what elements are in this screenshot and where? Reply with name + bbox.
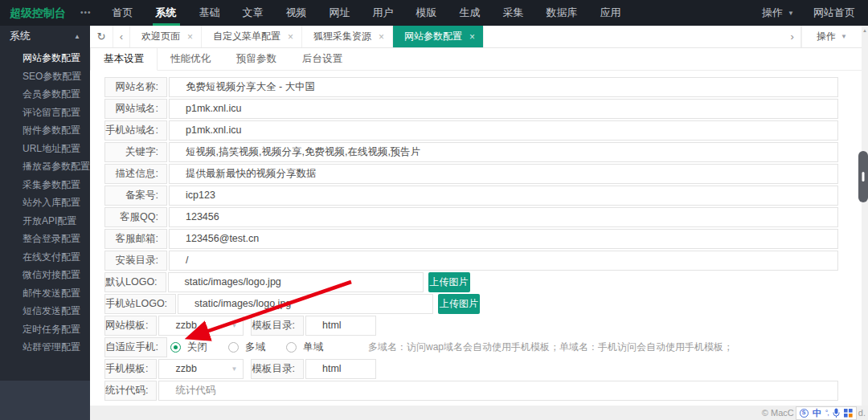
sidebar-item-评论留言配置[interactable]: 评论留言配置 <box>0 104 90 122</box>
sidebar-item-站外入库配置[interactable]: 站外入库配置 <box>0 194 90 212</box>
navbar-actions-dropdown[interactable]: 操作 ▼ <box>762 6 794 20</box>
sidebar-item-网站参数配置[interactable]: 网站参数配置 <box>0 49 90 67</box>
main-content: 基本设置性能优化预留参数后台设置 网站名称:免费短视频分享大全 - 大中国网站域… <box>90 48 862 406</box>
nav-item-视频[interactable]: 视频 <box>275 0 318 26</box>
radio-icon <box>228 342 239 353</box>
form-row: 手机站域名:p1mk.xnl.icu <box>104 120 838 141</box>
ime-punctuation-icon[interactable]: °, <box>825 409 829 417</box>
menu-collapse-icon[interactable]: ••• <box>71 0 101 26</box>
text-input[interactable]: 123456@test.cn <box>169 229 838 249</box>
sidebar-item-微信对接配置[interactable]: 微信对接配置 <box>0 266 90 284</box>
form-row: 统计代码:统计代码 <box>104 381 838 401</box>
tabs-scroll-left-icon[interactable]: ‹ <box>113 26 130 47</box>
radio-option-单域[interactable]: 单域 <box>286 340 323 354</box>
close-icon[interactable]: × <box>187 32 193 42</box>
sidebar-item-会员参数配置[interactable]: 会员参数配置 <box>0 85 90 104</box>
tab-strip: ↻ ‹ 欢迎页面×自定义菜单配置×狐狸采集资源×网站参数配置× › 操作 ▼ <box>90 26 862 48</box>
text-input[interactable]: 提供最新最快的视频分享数据 <box>169 164 838 184</box>
tab-actions-label: 操作 <box>817 30 836 43</box>
tab-自定义菜单配置[interactable]: 自定义菜单配置× <box>202 26 302 47</box>
template-select[interactable]: zzbb▼ <box>158 316 244 336</box>
tab-label: 欢迎页面 <box>141 30 180 43</box>
sidebar-item-在线支付配置[interactable]: 在线支付配置 <box>0 248 90 267</box>
sidebar-group-header[interactable]: 系统 ▲ <box>0 26 90 47</box>
text-input[interactable]: p1mk.xnl.icu <box>169 120 838 141</box>
microphone-icon[interactable] <box>833 408 840 418</box>
nav-item-数据库[interactable]: 数据库 <box>535 0 589 26</box>
tab-网站参数配置[interactable]: 网站参数配置× <box>393 26 484 47</box>
field-label: 安装目录: <box>104 251 167 271</box>
tab-actions-dropdown[interactable]: 操作 ▼ <box>801 26 862 47</box>
tabs-scroll-right-icon[interactable]: › <box>784 26 801 47</box>
text-input[interactable]: icp123 <box>169 186 838 206</box>
field-label: 客服邮箱: <box>104 229 167 249</box>
ime-grid-icon[interactable] <box>844 409 853 418</box>
close-icon[interactable]: × <box>288 32 293 42</box>
sidebar: 系统 ▲ 网站参数配置SEO参数配置会员参数配置评论留言配置附件参数配置URL地… <box>0 26 90 420</box>
refresh-icon[interactable]: ↻ <box>90 26 113 47</box>
textarea-input[interactable]: 统计代码 <box>158 381 838 401</box>
chevron-down-icon: ▼ <box>231 316 238 335</box>
text-input[interactable]: html <box>305 359 376 379</box>
nav-item-系统[interactable]: 系统 <box>145 0 188 26</box>
form-row: 手机模板:zzbb▼模板目录:html <box>104 359 838 379</box>
text-input[interactable]: p1mk.xnl.icu <box>169 99 838 119</box>
sidebar-item-短信发送配置[interactable]: 短信发送配置 <box>0 302 90 320</box>
chevron-down-icon: ▼ <box>231 360 238 378</box>
settings-tab-后台设置[interactable]: 后台设置 <box>289 48 355 70</box>
close-icon[interactable]: × <box>469 32 475 42</box>
ime-language-toggle[interactable]: 中 <box>813 407 821 419</box>
text-input[interactable]: static/images/logo.jpg <box>178 294 433 314</box>
nav-item-基础[interactable]: 基础 <box>188 0 231 26</box>
site-home-link[interactable]: 网站首页 <box>813 6 855 20</box>
navbar-right: 操作 ▼ 网站首页 <box>762 0 868 26</box>
sidebar-item-SEO参数配置[interactable]: SEO参数配置 <box>0 67 90 86</box>
radio-icon <box>170 342 181 353</box>
text-input[interactable]: 短视频,搞笑视频,视频分享,免费视频,在线视频,预告片 <box>169 142 838 162</box>
scrollbar-up-icon[interactable]: ▲ <box>862 28 868 33</box>
upload-image-button[interactable]: 上传图片 <box>428 272 470 292</box>
settings-tab-基本设置[interactable]: 基本设置 <box>90 48 158 71</box>
vertical-scrollbar-track[interactable]: ▲ <box>862 26 868 406</box>
radio-option-多域[interactable]: 多域 <box>228 340 265 354</box>
nav-item-网址[interactable]: 网址 <box>318 0 362 26</box>
sidebar-item-开放API配置[interactable]: 开放API配置 <box>0 212 90 230</box>
nav-item-采集[interactable]: 采集 <box>492 0 535 26</box>
form-row: 描述信息:提供最新最快的视频分享数据 <box>104 164 838 184</box>
settings-tab-预留参数[interactable]: 预留参数 <box>223 48 289 70</box>
sidebar-item-URL地址配置[interactable]: URL地址配置 <box>0 140 90 158</box>
template-select[interactable]: zzbb▼ <box>158 359 244 379</box>
field-label: 备案号: <box>104 186 167 206</box>
sidebar-item-定时任务配置[interactable]: 定时任务配置 <box>0 320 90 339</box>
settings-tab-性能优化[interactable]: 性能优化 <box>158 48 223 70</box>
text-input[interactable]: 123456 <box>169 207 838 227</box>
close-icon[interactable]: × <box>379 32 384 42</box>
sidebar-item-整合登录配置[interactable]: 整合登录配置 <box>0 230 90 248</box>
ime-logo-icon[interactable]: S <box>800 409 809 418</box>
nav-item-生成[interactable]: 生成 <box>448 0 492 26</box>
active-underline <box>153 23 180 26</box>
text-input[interactable]: / <box>169 251 838 271</box>
nav-item-模版[interactable]: 模版 <box>405 0 448 26</box>
radio-option-关闭[interactable]: 关闭 <box>170 340 207 354</box>
nav-item-用户[interactable]: 用户 <box>362 0 405 26</box>
nav-item-文章[interactable]: 文章 <box>231 0 275 26</box>
sidebar-item-播放器参数配置[interactable]: 播放器参数配置 <box>0 157 90 176</box>
field-hint: 多域名：访问wap域名会自动使用手机模板；单域名：手机访问会自动使用手机模板； <box>368 337 733 357</box>
text-input[interactable]: 免费短视频分享大全 - 大中国 <box>169 77 838 97</box>
tab-欢迎页面[interactable]: 欢迎页面× <box>130 26 202 47</box>
sidebar-item-采集参数配置[interactable]: 采集参数配置 <box>0 176 90 194</box>
sidebar-item-附件参数配置[interactable]: 附件参数配置 <box>0 121 90 140</box>
tab-狐狸采集资源[interactable]: 狐狸采集资源× <box>302 26 393 47</box>
sidebar-item-邮件发送配置[interactable]: 邮件发送配置 <box>0 284 90 303</box>
chevron-down-icon: ▼ <box>788 10 794 17</box>
sidebar-item-站群管理配置[interactable]: 站群管理配置 <box>0 338 90 357</box>
upload-image-button[interactable]: 上传图片 <box>438 294 480 314</box>
vertical-scrollbar-thumb[interactable] <box>858 151 868 202</box>
text-input[interactable]: static/images/logo.jpg <box>168 272 424 292</box>
nav-item-应用[interactable]: 应用 <box>589 0 633 26</box>
nav-item-首页[interactable]: 首页 <box>101 0 145 26</box>
form-row: 客服QQ:123456 <box>104 207 838 227</box>
navbar-actions-label: 操作 <box>762 6 783 20</box>
text-input[interactable]: html <box>305 316 376 336</box>
